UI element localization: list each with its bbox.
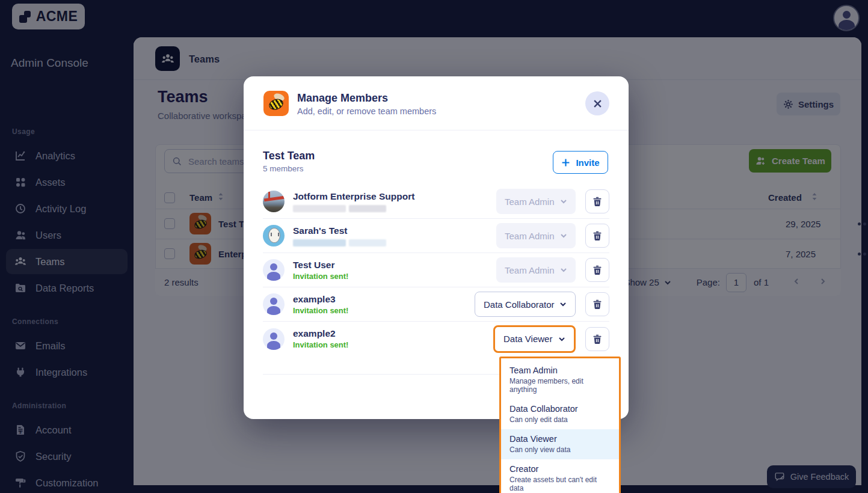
team-avatar-bee [263,91,289,116]
trash-icon [592,230,603,241]
invite-button[interactable]: Invite [553,151,608,174]
member-avatar [263,259,285,281]
option-description: Can only view data [509,446,611,454]
role-value: Data Collaborator [484,299,555,310]
trash-icon [592,334,603,344]
dropdown-option-creator[interactable]: Creator Create assets but can't edit dat… [501,459,619,493]
option-title: Creator [509,464,611,474]
member-avatar [263,191,285,212]
member-row: Jotform Enterprise Support Team Admin [263,185,609,219]
role-select-highlighted[interactable]: Data Viewer [493,325,576,353]
chevron-down-icon [560,198,567,205]
team-summary: Test Team 5 members Invite [263,150,609,175]
modal-subtitle: Add, edit, or remove team members [297,106,436,116]
member-name: example2 [293,328,348,339]
member-name: Jotform Enterprise Support [293,191,414,202]
redacted-email [293,205,414,212]
plus-icon [561,158,570,167]
member-avatar [263,225,285,246]
role-select[interactable]: Team Admin [496,223,576,248]
chevron-down-icon [559,301,567,308]
member-row: Sarah's Test Team Admin [263,219,609,253]
option-description: Can only edit data [509,415,611,424]
chevron-down-icon [560,266,567,274]
role-select[interactable]: Data Collaborator [475,292,576,317]
member-row: Test User Invitation sent! Team Admin [263,253,609,287]
invitation-status: Invitation sent! [293,306,348,315]
role-value: Team Admin [505,231,555,241]
trash-icon [592,196,603,207]
invitation-status: Invitation sent! [293,340,348,349]
trash-icon [592,265,603,275]
close-icon [593,99,602,108]
member-name: Test User [293,260,348,271]
dropdown-option-data-collaborator[interactable]: Data Collaborator Can only edit data [501,399,619,429]
member-name: example3 [293,294,348,305]
option-title: Data Collaborator [509,404,611,414]
admin-console-app: ACME Admin Console Usage Analytics Asset… [0,0,868,493]
option-title: Team Admin [509,366,611,375]
role-value: Data Viewer [503,334,552,344]
delete-member-button[interactable] [585,189,609,213]
delete-member-button[interactable] [585,327,609,351]
close-button[interactable] [585,91,609,115]
member-row: example2 Invitation sent! Data Viewer [263,322,609,356]
role-dropdown-menu: Team Admin Manage members, edit anything… [499,357,621,493]
delete-member-button[interactable] [585,292,609,316]
role-value: Team Admin [505,265,555,275]
option-title: Data Viewer [509,434,611,444]
member-avatar [263,328,285,350]
chevron-down-icon [560,232,567,239]
member-name: Sarah's Test [293,225,386,236]
trash-icon [592,299,603,310]
option-description: Create assets but can't edit data [509,476,611,492]
delete-member-button[interactable] [585,258,609,282]
chevron-down-icon [558,335,565,343]
option-description: Manage members, edit anything [509,377,611,394]
delete-member-button[interactable] [585,224,609,248]
dropdown-option-team-admin[interactable]: Team Admin Manage members, edit anything [501,361,619,399]
modal-title: Manage Members [297,92,388,105]
invitation-status: Invitation sent! [293,272,348,281]
member-row: example3 Invitation sent! Data Collabora… [263,287,609,322]
invite-label: Invite [576,158,599,168]
role-select[interactable]: Team Admin [496,257,576,283]
modal-header: Manage Members Add, edit, or remove team… [244,76,629,130]
member-avatar [263,293,285,315]
dropdown-option-data-viewer[interactable]: Data Viewer Can only view data [501,429,619,459]
role-value: Team Admin [505,197,555,207]
redacted-email [293,239,386,246]
role-select[interactable]: Team Admin [496,189,576,214]
